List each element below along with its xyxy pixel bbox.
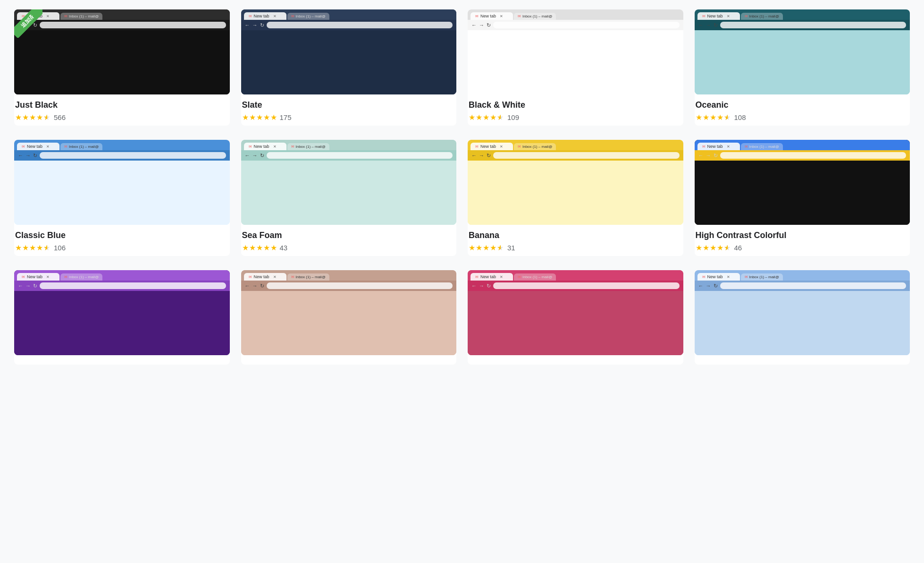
theme-card-oceanic[interactable]: ✉ New tab ✕ ✉ Inbox (1) – mail@ ← → ↻: [695, 9, 910, 126]
theme-name: Banana: [469, 230, 682, 240]
nav-bar: ← → ↻: [14, 150, 230, 161]
tab-title: New tab: [707, 144, 723, 149]
added-badge: 追加済: [14, 9, 42, 38]
inbox-favicon: ✉: [518, 145, 521, 149]
tab-close-icon: ✕: [727, 145, 730, 149]
inbox-tab-title: Inbox (1) – mail@: [749, 275, 779, 279]
star-full: ★: [490, 113, 496, 122]
theme-rating: ★★★★ ★ ★ 31: [469, 243, 682, 252]
theme-info-classic-blue: Classic Blue ★★★★ ★ ★ 106: [14, 225, 230, 256]
inactive-tab: ✉ Inbox (1) – mail@: [287, 143, 329, 150]
theme-card-theme-rose[interactable]: ✉ New tab ✕ ✉ Inbox (1) – mail@ ← → ↻: [468, 270, 683, 365]
inbox-tab-title: Inbox (1) – mail@: [296, 275, 326, 279]
browser-content: [241, 291, 457, 355]
star-half: ★ ★: [43, 113, 51, 122]
browser-content: [14, 291, 230, 355]
star-full: ★: [29, 113, 36, 122]
theme-card-classic-blue[interactable]: ✉ New tab ✕ ✉ Inbox (1) – mail@ ← → ↻: [14, 140, 230, 256]
theme-card-theme-purple[interactable]: ✉ New tab ✕ ✉ Inbox (1) – mail@ ← → ↻: [14, 270, 230, 365]
favicon-icon: ✉: [475, 14, 479, 18]
theme-card-banana[interactable]: ✉ New tab ✕ ✉ Inbox (1) – mail@ ← → ↻: [468, 140, 683, 256]
theme-info-theme-light-blue: [695, 355, 910, 365]
theme-card-slate[interactable]: ✉ New tab ✕ ✉ Inbox (1) – mail@ ← → ↻: [241, 9, 457, 126]
nav-bar: ← → ↻: [241, 150, 457, 161]
refresh-icon: ↻: [260, 153, 264, 159]
star-full: ★: [703, 113, 709, 122]
theme-preview-banana: ✉ New tab ✕ ✉ Inbox (1) – mail@ ← → ↻: [468, 140, 683, 225]
address-bar: [40, 282, 226, 289]
rating-count: 31: [507, 244, 515, 252]
address-bar: [493, 152, 680, 159]
refresh-icon: ↻: [714, 153, 718, 159]
tab-close-icon: ✕: [727, 14, 730, 18]
browser-preview: ✉ New tab ✕ ✉ Inbox (1) – mail@ ← → ↻: [14, 140, 230, 225]
tab-close-icon: ✕: [727, 275, 730, 279]
favicon-icon: ✉: [22, 275, 25, 279]
address-bar: [720, 282, 907, 289]
back-icon: ←: [18, 283, 23, 289]
theme-info-sea-foam: Sea Foam ★★★★★ 43: [241, 225, 457, 256]
stars: ★★★★ ★ ★: [469, 243, 504, 252]
star-full: ★: [29, 243, 36, 252]
inbox-favicon: ✉: [291, 14, 294, 18]
star-half: ★ ★: [43, 243, 51, 252]
star-half: ★ ★: [497, 113, 504, 122]
theme-card-high-contrast-colorful[interactable]: ✉ New tab ✕ ✉ Inbox (1) – mail@ ← → ↻: [695, 140, 910, 256]
inactive-tab: ✉ Inbox (1) – mail@: [60, 143, 102, 150]
refresh-icon: ↻: [714, 22, 718, 28]
tab-close-icon: ✕: [273, 145, 277, 149]
tab-title: New tab: [480, 274, 496, 279]
back-icon: ←: [245, 153, 250, 158]
nav-bar: ← → ↻: [14, 20, 230, 30]
theme-card-just-black[interactable]: 追加済 ✉ New tab ✕ ✉ Inbox (1) – mail@ ← →: [14, 9, 230, 126]
back-icon: ←: [245, 283, 250, 289]
inbox-tab-title: Inbox (1) – mail@: [749, 14, 779, 18]
inactive-tab: ✉ Inbox (1) – mail@: [741, 13, 783, 20]
theme-rating: ★★★★ ★ ★ 106: [15, 243, 229, 252]
refresh-icon: ↻: [487, 283, 491, 289]
inbox-tab-title: Inbox (1) – mail@: [69, 275, 99, 279]
browser-content: [468, 161, 683, 225]
inactive-tab: ✉ Inbox (1) – mail@: [514, 143, 556, 150]
theme-info-high-contrast-colorful: High Contrast Colorful ★★★★ ★ ★ 46: [695, 225, 910, 256]
tab-close-icon: ✕: [500, 275, 503, 279]
star-full: ★: [696, 243, 702, 252]
theme-preview-sea-foam: ✉ New tab ✕ ✉ Inbox (1) – mail@ ← → ↻: [241, 140, 457, 225]
inbox-tab-title: Inbox (1) – mail@: [522, 275, 552, 279]
tab-title: New tab: [27, 274, 42, 279]
star-full: ★: [270, 243, 277, 252]
stars: ★★★★ ★ ★: [469, 113, 504, 122]
theme-card-theme-light-blue[interactable]: ✉ New tab ✕ ✉ Inbox (1) – mail@ ← → ↻: [695, 270, 910, 365]
refresh-icon: ↻: [714, 283, 718, 289]
theme-preview-theme-light-blue: ✉ New tab ✕ ✉ Inbox (1) – mail@ ← → ↻: [695, 270, 910, 355]
tab-title: New tab: [480, 144, 496, 149]
browser-content: [695, 161, 910, 225]
nav-bar: ← → ↻: [468, 20, 683, 30]
back-icon: ←: [245, 22, 250, 28]
theme-rating: ★★★★ ★ ★ 566: [15, 113, 229, 122]
theme-card-theme-mauve[interactable]: ✉ New tab ✕ ✉ Inbox (1) – mail@ ← → ↻: [241, 270, 457, 365]
star-full: ★: [710, 113, 716, 122]
inbox-favicon: ✉: [291, 275, 294, 279]
theme-card-black-white[interactable]: ✉ New tab ✕ ✉ Inbox (1) – mail@ ← → ↻: [468, 9, 683, 126]
star-full: ★: [256, 243, 263, 252]
star-full: ★: [469, 243, 475, 252]
address-bar: [720, 152, 907, 159]
star-full: ★: [36, 113, 43, 122]
refresh-icon: ↻: [33, 153, 37, 159]
stars: ★★★★ ★ ★: [696, 243, 731, 252]
theme-card-sea-foam[interactable]: ✉ New tab ✕ ✉ Inbox (1) – mail@ ← → ↻: [241, 140, 457, 256]
theme-rating: ★★★★ ★ ★ 108: [696, 113, 909, 122]
refresh-icon: ↻: [33, 283, 37, 289]
inactive-tab: ✉ Inbox (1) – mail@: [741, 273, 783, 281]
stars: ★★★★ ★ ★: [696, 113, 731, 122]
tab-title: New tab: [707, 14, 723, 18]
theme-name: Slate: [242, 100, 456, 110]
back-icon: ←: [698, 153, 704, 158]
rating-count: 108: [734, 113, 746, 121]
star-full: ★: [717, 113, 723, 122]
browser-preview: ✉ New tab ✕ ✉ Inbox (1) – mail@ ← → ↻: [241, 140, 457, 225]
favicon-icon: ✉: [249, 145, 252, 149]
inactive-tab: ✉ Inbox (1) – mail@: [514, 273, 556, 281]
rating-count: 43: [280, 244, 288, 252]
